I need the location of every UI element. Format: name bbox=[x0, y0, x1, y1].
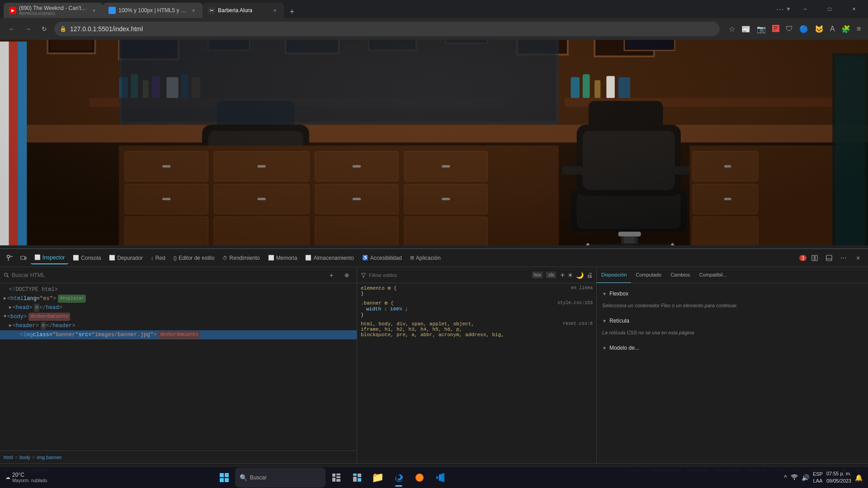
taskbar-app-edge[interactable] bbox=[389, 468, 409, 488]
notification-icon[interactable]: 🔔 bbox=[855, 474, 863, 481]
maximize-button[interactable]: □ bbox=[819, 2, 840, 16]
dock-icon[interactable] bbox=[823, 252, 835, 264]
devtools-tab-storage[interactable]: ⬜ Almacenamiento bbox=[302, 252, 357, 264]
network-icon[interactable] bbox=[791, 473, 798, 482]
devtools-tab-memory[interactable]: ⬜ Memoria bbox=[264, 252, 301, 264]
tab-close-html5[interactable]: × bbox=[190, 7, 197, 14]
tab-title-html5: 100% y 100px | HTML5 y CSS3 ... bbox=[118, 7, 187, 14]
styles-toolbar: hov .cls + ☀ 🌙 🖨 bbox=[357, 267, 596, 283]
close-devtools-icon[interactable]: × bbox=[852, 252, 864, 264]
props-tab-layout[interactable]: Disposición bbox=[597, 267, 631, 283]
addon2-icon[interactable]: 🔵 bbox=[797, 23, 810, 35]
tab-title-youtube: (890) The Weeknd - Can't Feel ... bbox=[19, 5, 88, 11]
breadcrumb-img[interactable]: img.banner bbox=[37, 455, 62, 460]
address-bar[interactable]: 🔒 127.0.0.1:5501/index.html bbox=[54, 22, 720, 36]
back-button[interactable]: ← bbox=[5, 23, 18, 35]
breadcrumb-html[interactable]: html bbox=[4, 455, 13, 460]
devtools-tab-performance[interactable]: ⏱ Rendimiento bbox=[219, 252, 263, 264]
start-button[interactable] bbox=[214, 468, 234, 488]
addon1-icon[interactable]: 🛡 bbox=[784, 23, 795, 35]
hov-button[interactable]: hov bbox=[532, 272, 543, 278]
html-search-input[interactable] bbox=[12, 272, 322, 278]
volume-icon[interactable]: 🔊 bbox=[802, 474, 809, 481]
devtools-tab-style-editor[interactable]: {} Editor de estilo bbox=[170, 252, 218, 264]
addon3-icon[interactable]: 🐱 bbox=[813, 23, 826, 35]
taskbar-app-firefox[interactable] bbox=[410, 468, 429, 488]
tab-youtube[interactable]: ▶ (890) The Weeknd - Can't Feel ... REPR… bbox=[4, 3, 103, 18]
css-prop-width[interactable]: width : 100% ; bbox=[361, 306, 593, 312]
devtools-tab-accessibility[interactable]: ♿ Accesibilidad bbox=[359, 252, 406, 264]
responsive-icon[interactable] bbox=[17, 252, 30, 264]
styles-search-input[interactable] bbox=[369, 272, 528, 278]
new-rule-button[interactable]: + bbox=[561, 271, 565, 279]
props-tab-compat[interactable]: Compatibil... bbox=[695, 267, 731, 283]
devtools-tab-application[interactable]: ⊞ Aplicación bbox=[406, 252, 444, 264]
tab-close-barberia[interactable]: × bbox=[271, 7, 278, 14]
tab-html5[interactable]: 🌐 100% y 100px | HTML5 y CSS3 ... × bbox=[103, 3, 203, 18]
svg-rect-118 bbox=[336, 476, 340, 478]
show-hidden-icon[interactable]: ^ bbox=[784, 474, 787, 481]
clock-widget[interactable]: 07:55 p. m. 09/05/2023 bbox=[826, 470, 851, 484]
svg-rect-121 bbox=[353, 474, 357, 476]
modelo-title: Modelo de... bbox=[609, 345, 639, 351]
print-icon[interactable]: 🖨 bbox=[586, 272, 593, 279]
split-layout-icon[interactable] bbox=[808, 252, 821, 264]
breadcrumb-body[interactable]: body bbox=[19, 455, 30, 460]
extensions-icon[interactable]: 🧩 bbox=[840, 23, 852, 35]
locale-widget[interactable]: ESP LAA bbox=[813, 471, 823, 484]
html-line-head[interactable]: ▶ <head> ⊞ </head> bbox=[0, 303, 357, 312]
title-bar-right: ⋯ ▼ − □ × bbox=[776, 2, 864, 16]
tab-barberia[interactable]: ✂ Barberia Alura × bbox=[203, 3, 284, 18]
search-button[interactable]: 🔍 Buscar bbox=[235, 468, 326, 488]
modelo-section-header[interactable]: ▼ Modelo de... bbox=[602, 343, 863, 353]
new-tab-button[interactable]: + bbox=[286, 5, 298, 18]
devtools-tab-network[interactable]: ↕ Red bbox=[147, 252, 169, 264]
devtools-tab-inspector[interactable]: ⬜ Inspector bbox=[31, 252, 68, 264]
add-node-icon[interactable]: + bbox=[325, 269, 338, 282]
cls-button[interactable]: .cls bbox=[546, 272, 556, 278]
forward-button[interactable]: → bbox=[22, 23, 34, 35]
taskbar-center: 🔍 Buscar 📁 bbox=[214, 468, 450, 488]
bookmarks-icon[interactable]: ☆ bbox=[727, 23, 737, 35]
light-theme-icon[interactable]: ☀ bbox=[567, 272, 573, 279]
header-toggle[interactable]: ▶ bbox=[9, 322, 12, 330]
task-view-button[interactable] bbox=[326, 468, 346, 488]
pick-element-icon[interactable]: ⊕ bbox=[340, 269, 353, 282]
weather-widget[interactable]: ☁ 20°C Mayorm. nublado bbox=[5, 472, 47, 483]
menu-icon[interactable]: ≡ bbox=[855, 23, 863, 35]
html-line-img[interactable]: <img class="banner" src="images/banner.j… bbox=[0, 330, 357, 339]
html-content: <!DOCTYPE html> ▶ <html lang="es" > desp… bbox=[0, 283, 357, 450]
svg-line-111 bbox=[7, 276, 9, 277]
html-line-header[interactable]: ▶ <header> ⊞ </header> bbox=[0, 321, 357, 330]
dark-theme-icon[interactable]: 🌙 bbox=[576, 272, 584, 279]
body-toggle[interactable]: ▼ bbox=[4, 313, 6, 321]
props-tab-changes[interactable]: Cambios bbox=[666, 267, 694, 283]
reload-button[interactable]: ↻ bbox=[38, 23, 51, 35]
flexbox-section-header[interactable]: ▼ Flexbox bbox=[602, 289, 863, 299]
html-toggle[interactable]: ▶ bbox=[4, 295, 6, 303]
css-selector-banner: .banner ⊞ { bbox=[361, 300, 394, 306]
minimize-button[interactable]: − bbox=[795, 2, 816, 16]
pocket-icon[interactable]: 🅿 bbox=[770, 23, 781, 35]
more-options-icon[interactable]: ⋯ bbox=[837, 252, 850, 264]
taskbar-app-fileexplorer[interactable]: 📁 bbox=[368, 468, 388, 488]
close-button[interactable]: × bbox=[844, 2, 864, 16]
html-line-doctype[interactable]: <!DOCTYPE html> bbox=[0, 285, 357, 294]
access-tab-label: Accesibilidad bbox=[370, 255, 402, 261]
props-tab-computed[interactable]: Computado bbox=[631, 267, 666, 283]
addon4-icon[interactable]: A bbox=[828, 23, 837, 35]
element-picker-icon[interactable] bbox=[4, 252, 16, 264]
reader-icon[interactable]: 📰 bbox=[740, 23, 752, 35]
html-line-body[interactable]: ▼ <body> desbordamiento bbox=[0, 312, 357, 321]
devtools-toolbar: ⬜ Inspector ⬜ Consola ⬜ Depurador ↕ Red … bbox=[0, 249, 868, 267]
reticula-section-header[interactable]: ▼ Retícula bbox=[602, 316, 863, 326]
screenshot-icon[interactable]: 📷 bbox=[755, 23, 768, 35]
devtools-toolbar-right: 3 ⋯ × bbox=[799, 252, 864, 264]
head-toggle[interactable]: ▶ bbox=[9, 304, 12, 312]
html-line-html[interactable]: ▶ <html lang="es" > desplazar bbox=[0, 294, 357, 303]
devtools-tab-console[interactable]: ⬜ Consola bbox=[69, 252, 104, 264]
tab-close-youtube[interactable]: × bbox=[90, 7, 98, 14]
widget-button[interactable] bbox=[347, 468, 367, 488]
devtools-tab-debugger[interactable]: ⬜ Depurador bbox=[105, 252, 146, 264]
taskbar-app-vscode[interactable] bbox=[430, 468, 450, 488]
